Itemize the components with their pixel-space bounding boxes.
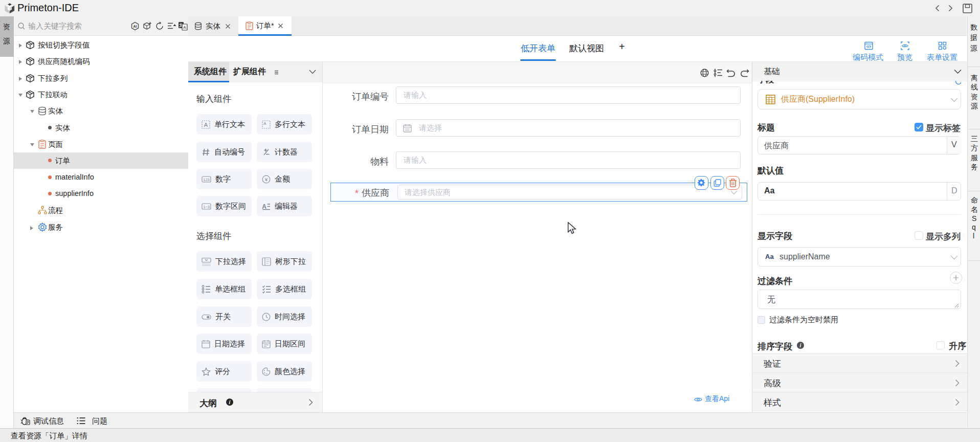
svg-text:A: A xyxy=(183,25,186,30)
svg-text:A: A xyxy=(204,121,208,127)
svg-text:A: A xyxy=(263,121,266,125)
svg-text:123: 123 xyxy=(203,177,210,182)
svg-text:1~3: 1~3 xyxy=(203,204,210,209)
svg-text:i: i xyxy=(229,400,231,405)
svg-text:¥: ¥ xyxy=(264,176,268,182)
svg-text:i: i xyxy=(800,343,801,348)
svg-text:n:1: n:1 xyxy=(769,95,772,98)
svg-text:A: A xyxy=(262,203,266,210)
svg-text:AI: AI xyxy=(133,25,137,28)
